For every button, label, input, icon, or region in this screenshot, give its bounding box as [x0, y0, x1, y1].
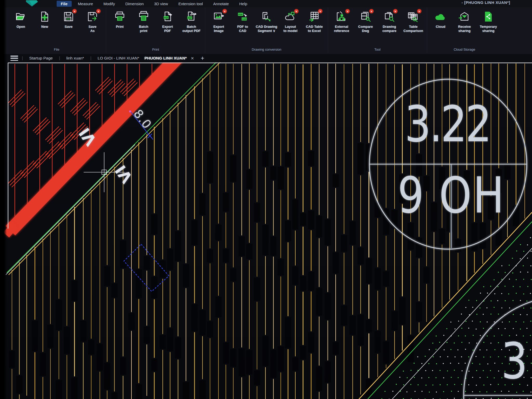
tab-close-icon[interactable]: ×: [191, 55, 194, 61]
drawing-viewport: 8.0 VI VI 3.22 9 OH 3: [0, 62, 532, 399]
vip-badge: v: [294, 9, 298, 13]
vip-badge: v: [345, 9, 350, 13]
tab-separator: |: [59, 56, 60, 61]
compare-dwg-button[interactable]: DWGvCompare Dwg: [354, 7, 377, 46]
new-tab-button[interactable]: +: [201, 55, 204, 62]
table-comparison-button[interactable]: vTable Comparison: [401, 7, 425, 46]
menu-item-file[interactable]: File: [57, 1, 72, 7]
menu-item-extension-tool[interactable]: Extension tool: [174, 1, 207, 7]
button-label: CAD Table to Excel: [306, 25, 323, 33]
tab-lo-gioi-linh-xuan-[interactable]: LO GIOI - LINH XUAN*: [95, 55, 142, 62]
batch-output-pdf-button[interactable]: AIPDFBatch output PDF: [179, 7, 203, 46]
ribbon-group-label: Cloud Storage: [429, 46, 500, 53]
open-button[interactable]: Open: [9, 7, 33, 46]
ribbon-group-label: Print: [108, 46, 203, 53]
tab-phuong-linh-xuan-[interactable]: PHUONG LINH XUAN*: [142, 55, 189, 62]
title-bar: FileMeasureModifyDimension3D viewExtensi…: [0, 0, 532, 7]
app-logo-icon: [23, 0, 41, 7]
button-label: Cloud: [436, 25, 445, 29]
ribbon-group-file: OpenNewvSavevSave AsFile: [7, 7, 106, 53]
button-label: Batch print: [139, 25, 148, 33]
button-label: CAD Drawing Segment ∨: [256, 25, 277, 33]
button-label: Table Comparison: [403, 25, 423, 33]
ribbon-group-tool: vExternal referenceDWGvCompare DwgvDrawi…: [328, 7, 427, 53]
window-title: - [PHUONG LINH XUAN*]: [462, 0, 510, 5]
open-icon: [15, 10, 27, 23]
layout-model-button[interactable]: vLayout to model: [278, 7, 302, 46]
button-label: Save: [65, 25, 72, 29]
ext-ref-button[interactable]: vExternal reference: [330, 7, 354, 46]
button-label: Drawing compare: [382, 25, 396, 33]
vip-badge: v: [96, 9, 101, 13]
button-label: Save As: [89, 25, 96, 33]
menu-item-modify[interactable]: Modify: [99, 1, 119, 7]
svg-text:DWG: DWG: [362, 15, 367, 17]
cad-segment-button[interactable]: CAD Drawing Segment ∨: [255, 7, 278, 46]
menu-item-3d-view[interactable]: 3D view: [150, 1, 172, 7]
cloud-button[interactable]: Cloud: [429, 7, 453, 46]
tab-separator: |: [90, 56, 91, 61]
temporary-sharing-button[interactable]: Temporary sharing: [476, 7, 500, 46]
ribbon-group-cloud-storage: CloudReceive sharingTemporary sharingClo…: [427, 7, 502, 53]
receive-sharing-icon: [458, 10, 471, 23]
button-label: Export Image: [213, 25, 224, 33]
menu-item-help[interactable]: Help: [235, 1, 251, 7]
new-button[interactable]: New: [33, 7, 57, 46]
button-label: Open: [16, 25, 25, 29]
vip-badge: v: [369, 9, 374, 13]
export-image-button[interactable]: vExport Image: [207, 7, 231, 46]
vip-badge: v: [318, 9, 322, 13]
save-as-button[interactable]: vSave As: [81, 7, 104, 46]
svg-text:AI: AI: [190, 14, 192, 16]
button-label: Print: [116, 25, 124, 29]
tab-bar: |Startup Page|linh xuan*|LO GIOI - LINH …: [0, 54, 532, 62]
cad-segment-icon: [260, 10, 273, 23]
ribbon-group-label: File: [9, 46, 104, 53]
button-label: Batch output PDF: [182, 25, 201, 33]
svg-text:PDF: PDF: [238, 13, 243, 16]
export-pdf-button[interactable]: PDFExport PDF: [156, 7, 179, 46]
hamburger-menu-icon[interactable]: [10, 56, 18, 61]
ribbon-group-label: Tool: [330, 46, 425, 53]
drawing-canvas[interactable]: [0, 62, 532, 399]
vip-badge: v: [393, 9, 397, 13]
temporary-sharing-icon: [482, 10, 495, 23]
svg-text:PDF: PDF: [188, 17, 192, 19]
menu-item-annotate[interactable]: Annotate: [209, 1, 233, 7]
export-pdf-icon: PDF: [161, 10, 174, 23]
button-label: Export PDF: [162, 25, 173, 33]
drawing-compare-button[interactable]: vDrawing compare: [377, 7, 401, 46]
batch-print-icon: [137, 10, 150, 23]
tab-separator: |: [22, 56, 23, 61]
menu-bar: FileMeasureModifyDimension3D viewExtensi…: [57, 1, 251, 7]
print-button[interactable]: Print: [108, 7, 132, 46]
pdf-to-cad-button[interactable]: PDFCADPDF to CAD: [231, 7, 255, 46]
vip-badge: v: [72, 9, 77, 13]
batch-output-pdf-icon: AIPDF: [185, 10, 198, 23]
button-label: New: [41, 25, 48, 29]
button-label: Layout to model: [283, 25, 297, 33]
tab-linh-xuan-[interactable]: linh xuan*: [64, 55, 87, 62]
save-button[interactable]: vSave: [57, 7, 81, 46]
button-label: External reference: [334, 25, 349, 33]
tab-startup-page[interactable]: Startup Page: [26, 55, 55, 62]
menu-item-dimension[interactable]: Dimension: [121, 1, 148, 7]
batch-print-button[interactable]: Batch print: [132, 7, 156, 46]
ribbon-group-label: Drawing conversion: [207, 46, 326, 53]
button-label: Compare Dwg: [358, 25, 373, 33]
button-label: PDF to CAD: [237, 25, 248, 33]
ribbon-group-drawing-conversion: vExport ImagePDFCADPDF to CADCAD Drawing…: [205, 7, 328, 53]
new-icon: [38, 10, 51, 23]
svg-text:PDF: PDF: [164, 17, 168, 19]
cad-table-button[interactable]: vCAD Table to Excel: [302, 7, 326, 46]
menu-item-measure[interactable]: Measure: [74, 1, 97, 7]
pdf-to-cad-icon: PDFCAD: [236, 10, 249, 23]
button-label: Receive sharing: [458, 25, 471, 33]
ribbon-group-print: PrintBatch printPDFExport PDFAIPDFBatch …: [106, 7, 205, 53]
vip-badge: v: [417, 9, 421, 13]
receive-sharing-button[interactable]: Receive sharing: [453, 7, 476, 46]
button-label: Temporary sharing: [480, 25, 497, 33]
ribbon: OpenNewvSavevSave AsFilePrintBatch print…: [0, 7, 532, 54]
cloud-icon: [434, 10, 447, 23]
svg-text:CAD: CAD: [242, 18, 247, 20]
